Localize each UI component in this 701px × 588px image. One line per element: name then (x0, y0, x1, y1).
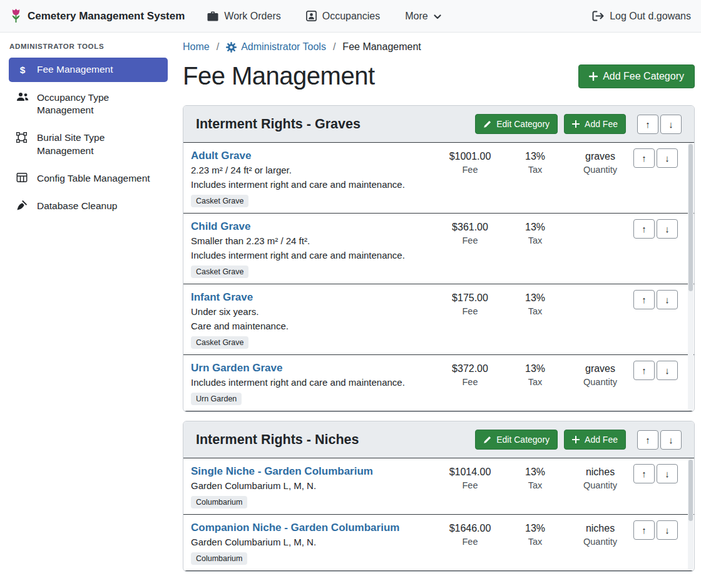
nav-more-label: More (405, 11, 427, 22)
occupancies-icon (306, 11, 317, 21)
fee-row: Companion Niche - Garden Columbarium Gar… (183, 515, 694, 571)
card-scrollbar[interactable] (688, 458, 693, 570)
move-category-down-button[interactable]: ↓ (660, 430, 682, 450)
nav-occupancies[interactable]: Occupancies (306, 11, 381, 22)
tax-label: Tax (507, 537, 563, 547)
quantity-label: Quantity (572, 165, 628, 175)
tax-value: 13% (507, 149, 563, 163)
breadcrumb: Home / Administrator Tool (183, 40, 695, 54)
card-header: Interment Rights - Niches Edit Category … (183, 421, 694, 458)
fee-row: Infant Grave Under six years. Care and m… (183, 284, 694, 355)
logout-label: Log Out d.gowans (610, 11, 691, 22)
fee-reorder-group: ↑ ↓ (633, 148, 678, 168)
move-fee-down-button[interactable]: ↓ (657, 520, 678, 540)
sidebar-heading: Administrator Tools (9, 43, 168, 58)
move-fee-down-button[interactable]: ↓ (657, 361, 678, 380)
fee-description: Garden Columbarium L, M, N. (191, 478, 433, 493)
logout-link[interactable]: Log Out d.gowans (592, 11, 691, 22)
fee-reorder-group: ↑ ↓ (633, 464, 678, 483)
move-fee-down-button[interactable]: ↓ (657, 219, 678, 239)
move-fee-up-button[interactable]: ↑ (633, 290, 655, 309)
move-fee-up-button[interactable]: ↑ (633, 148, 655, 168)
fee-reorder-group: ↑ ↓ (633, 290, 678, 309)
sidebar-item-occupancy-type-management[interactable]: Occupancy Type Management (9, 86, 168, 122)
move-fee-down-button[interactable]: ↓ (657, 464, 678, 483)
tax-column: 13% Tax (507, 290, 563, 316)
fee-amount-label: Fee (442, 235, 498, 245)
move-fee-up-button[interactable]: ↑ (633, 219, 655, 239)
fee-name-link[interactable]: Single Niche - Garden Columbarium (191, 464, 373, 478)
fee-reorder-group: ↑ ↓ (633, 219, 678, 239)
tax-label: Tax (507, 306, 563, 316)
add-fee-category-button[interactable]: Add Fee Category (578, 64, 695, 88)
plus-icon (572, 436, 580, 443)
dollar-icon: $ (16, 64, 29, 76)
breadcrumb-home-link[interactable]: Home (183, 41, 210, 53)
edit-category-button[interactable]: Edit Category (475, 430, 558, 450)
fee-description: Includes interment right and care and ma… (191, 248, 433, 262)
tax-column: 13% Tax (507, 361, 563, 387)
card-scrollbar[interactable] (688, 143, 693, 411)
fee-type-badge: Casket Grave (191, 195, 248, 207)
nav-more[interactable]: More (405, 11, 441, 22)
category-title: Interment Rights - Graves (196, 116, 469, 132)
breadcrumb-admin-tools-link[interactable]: Administrator Tools (226, 41, 326, 53)
tax-label: Tax (507, 165, 563, 175)
fee-description: Includes interment right and care and ma… (191, 375, 433, 389)
nav-work-orders[interactable]: Work Orders (207, 11, 280, 22)
main-content: Home / Administrator Tool (175, 33, 701, 588)
move-category-up-button[interactable]: ↑ (637, 430, 658, 450)
breadcrumb-admin-tools-label: Administrator Tools (241, 41, 326, 53)
page-header: Fee Management Add Fee Category (183, 61, 695, 90)
fee-name-link[interactable]: Companion Niche - Garden Columbarium (191, 520, 399, 535)
add-fee-label: Add Fee (585, 119, 618, 129)
category-title: Interment Rights - Niches (196, 432, 469, 448)
card-scrollbar-thumb[interactable] (688, 460, 693, 521)
sidebar-item-config-table-management[interactable]: Config Table Management (9, 167, 168, 190)
nav-work-orders-label: Work Orders (224, 11, 280, 22)
fee-reorder-group: ↑ ↓ (633, 361, 678, 380)
broom-icon (16, 200, 29, 211)
add-fee-button[interactable]: Add Fee (564, 114, 626, 134)
fee-amount: $1014.00 (442, 465, 498, 479)
admin-sidebar: Administrator Tools $ Fee Management Occ… (0, 33, 175, 588)
tax-column: 13% Tax (507, 148, 563, 175)
sidebar-item-fee-management[interactable]: $ Fee Management (9, 58, 168, 82)
chevron-down-icon (434, 14, 441, 19)
move-fee-down-button[interactable]: ↓ (657, 290, 678, 309)
fee-row: Adult Grave 2.23 m² / 24 ft² or larger. … (183, 143, 694, 214)
move-fee-up-button[interactable]: ↑ (633, 520, 655, 540)
quantity-column (572, 290, 628, 291)
fee-amount-label: Fee (442, 165, 498, 175)
move-fee-down-button[interactable]: ↓ (657, 148, 678, 168)
fee-name-link[interactable]: Urn Garden Grave (191, 361, 282, 375)
fee-name-link[interactable]: Infant Grave (191, 290, 253, 304)
card-scrollbar-thumb[interactable] (688, 144, 693, 291)
sidebar-item-database-cleanup[interactable]: Database Cleanup (9, 194, 168, 218)
move-fee-up-button[interactable]: ↑ (633, 361, 655, 380)
fee-row: Urn Garden Grave Includes interment righ… (183, 355, 694, 411)
edit-category-button[interactable]: Edit Category (475, 114, 558, 134)
tax-value: 13% (507, 361, 563, 376)
quantity-column: graves Quantity (572, 148, 628, 175)
fee-type-badge: Casket Grave (191, 336, 248, 349)
app-brand: Cemetery Management System (10, 8, 185, 24)
tax-column: 13% Tax (507, 464, 563, 490)
fee-amount-column: $175.00 Fee (442, 290, 498, 316)
fee-amount: $361.00 (442, 220, 498, 234)
add-fee-button[interactable]: Add Fee (564, 430, 626, 450)
vector-square-icon (16, 132, 29, 143)
fee-name-link[interactable]: Adult Grave (191, 148, 251, 163)
card-body: Single Niche - Garden Columbarium Garden… (183, 458, 694, 571)
tax-value: 13% (507, 521, 563, 535)
fee-name-link[interactable]: Child Grave (191, 219, 250, 234)
fee-description: 2.23 m² / 24 ft² or larger. (191, 163, 433, 177)
page-title: Fee Management (183, 61, 375, 90)
tax-column: 13% Tax (507, 219, 563, 245)
fee-amount: $372.00 (442, 361, 498, 376)
move-fee-up-button[interactable]: ↑ (633, 464, 655, 483)
move-category-up-button[interactable]: ↑ (637, 115, 658, 134)
quantity-unit: graves (572, 149, 628, 163)
move-category-down-button[interactable]: ↓ (660, 115, 682, 134)
sidebar-item-burial-site-type-management[interactable]: Burial Site Type Management (9, 126, 168, 162)
